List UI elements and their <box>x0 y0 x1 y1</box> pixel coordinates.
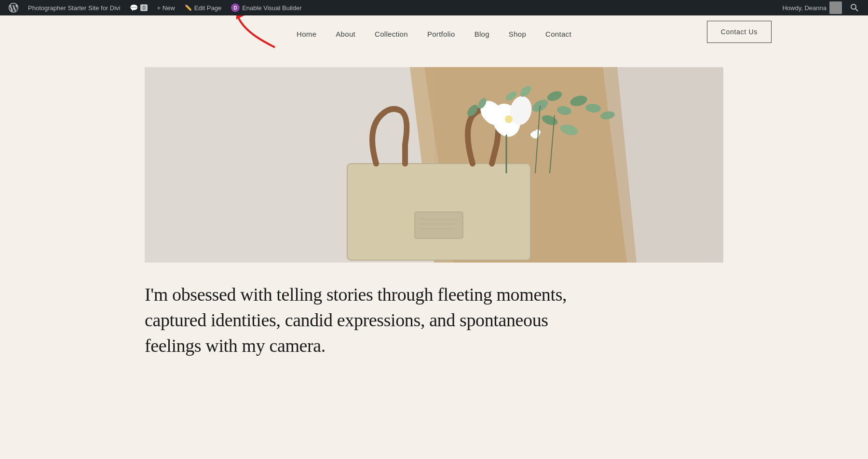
edit-page-label: Edit Page <box>194 4 221 12</box>
nav-item-collection[interactable]: Collection <box>375 30 408 38</box>
svg-rect-9 <box>415 212 463 238</box>
nav-item-blog[interactable]: Blog <box>475 30 489 38</box>
site-header: HomeAboutCollectionPortfolioBlogShopCont… <box>0 15 868 48</box>
nav-item-home[interactable]: Home <box>297 30 316 38</box>
search-icon <box>850 3 859 13</box>
search-admin-button[interactable] <box>846 0 863 15</box>
site-name-button[interactable]: Photographer Starter Site for Divi <box>24 0 124 15</box>
main-nav: HomeAboutCollectionPortfolioBlogShopCont… <box>297 30 571 38</box>
admin-bar-right: Howdy, Deanna <box>778 0 863 15</box>
site-name-label: Photographer Starter Site for Divi <box>28 4 120 12</box>
wp-logo-button[interactable] <box>5 0 22 15</box>
comments-button[interactable]: 💬 0 <box>126 0 151 15</box>
svg-point-0 <box>851 4 856 9</box>
comments-count: 0 <box>140 4 147 11</box>
admin-bar: Photographer Starter Site for Divi 💬 0 +… <box>0 0 868 15</box>
howdy-section[interactable]: Howdy, Deanna <box>778 0 846 15</box>
hero-quote: I'm obsessed with telling stories throug… <box>145 282 579 359</box>
svg-point-27 <box>530 132 535 137</box>
edit-icon: ✏️ <box>185 4 192 11</box>
svg-line-1 <box>855 9 858 11</box>
main-content: I'm obsessed with telling stories throug… <box>135 48 733 388</box>
enable-visual-builder-button[interactable]: D Enable Visual Builder <box>227 0 305 15</box>
comment-bubble-icon: 💬 <box>130 4 138 12</box>
howdy-label: Howdy, Deanna <box>782 4 827 12</box>
new-label: + New <box>157 4 175 12</box>
nav-item-shop[interactable]: Shop <box>509 30 526 38</box>
new-button[interactable]: + New <box>153 0 179 15</box>
nav-item-about[interactable]: About <box>336 30 355 38</box>
svg-point-16 <box>505 115 513 123</box>
hero-image <box>145 67 723 263</box>
enable-visual-builder-label: Enable Visual Builder <box>242 4 301 12</box>
edit-page-button[interactable]: ✏️ Edit Page <box>181 0 225 15</box>
nav-item-portfolio[interactable]: Portfolio <box>427 30 455 38</box>
arrow-indicator <box>236 14 294 54</box>
contact-us-button[interactable]: Contact Us <box>707 21 772 43</box>
divi-icon: D <box>231 3 240 12</box>
user-avatar <box>829 1 842 14</box>
nav-item-contact[interactable]: Contact <box>545 30 571 38</box>
